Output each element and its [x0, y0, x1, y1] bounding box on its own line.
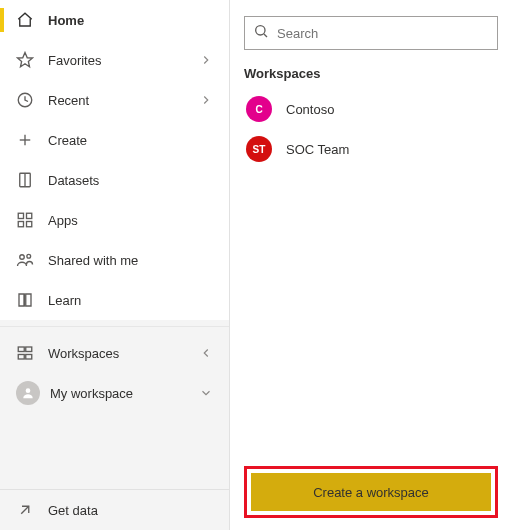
svg-point-10 — [20, 255, 25, 260]
arrow-out-icon — [16, 501, 34, 519]
workspace-list: CContosoSTSOC Team — [244, 89, 498, 169]
sidebar-item-label: Get data — [48, 503, 213, 518]
search-input-wrapper[interactable] — [244, 16, 498, 50]
search-icon — [253, 23, 269, 43]
book-icon — [16, 291, 34, 309]
avatar-icon — [16, 381, 40, 405]
sidebar-item-get-data[interactable]: Get data — [0, 490, 229, 530]
chevron-right-icon — [199, 93, 213, 107]
create-workspace-highlight: Create a workspace — [244, 466, 498, 518]
clock-icon — [16, 91, 34, 109]
workspace-item[interactable]: CContoso — [244, 89, 498, 129]
sidebar-item-apps[interactable]: Apps — [0, 200, 229, 240]
chevron-right-icon — [199, 53, 213, 67]
svg-rect-6 — [18, 213, 23, 218]
workspace-item[interactable]: STSOC Team — [244, 129, 498, 169]
apps-icon — [16, 211, 34, 229]
svg-point-11 — [27, 254, 31, 258]
sidebar-item-learn[interactable]: Learn — [0, 280, 229, 320]
sidebar-item-label: My workspace — [50, 386, 199, 401]
sidebar-item-label: Recent — [48, 93, 199, 108]
search-input[interactable] — [277, 26, 489, 41]
sidebar-item-label: Favorites — [48, 53, 199, 68]
sidebar-item-home[interactable]: Home — [0, 0, 229, 40]
svg-rect-8 — [18, 222, 23, 227]
workspace-avatar: ST — [246, 136, 272, 162]
sidebar-item-workspaces[interactable]: Workspaces — [0, 333, 229, 373]
create-workspace-label: Create a workspace — [313, 485, 429, 500]
sidebar-item-label: Home — [48, 13, 213, 28]
svg-rect-13 — [18, 347, 24, 352]
svg-rect-16 — [26, 355, 32, 360]
workspaces-icon — [16, 344, 34, 362]
svg-rect-7 — [27, 213, 32, 218]
sidebar-item-my-workspace[interactable]: My workspace — [0, 373, 229, 413]
star-icon — [16, 51, 34, 69]
workspaces-section-title: Workspaces — [244, 66, 498, 81]
sidebar-item-favorites[interactable]: Favorites — [0, 40, 229, 80]
sidebar: HomeFavoritesRecentCreateDatasetsAppsSha… — [0, 0, 230, 530]
dataset-icon — [16, 171, 34, 189]
svg-rect-15 — [18, 355, 24, 360]
plus-icon — [16, 131, 34, 149]
sidebar-item-recent[interactable]: Recent — [0, 80, 229, 120]
svg-point-17 — [26, 388, 31, 393]
svg-rect-9 — [27, 222, 32, 227]
sidebar-item-label: Learn — [48, 293, 213, 308]
sidebar-item-label: Apps — [48, 213, 213, 228]
workspaces-panel: Workspaces CContosoSTSOC Team Create a w… — [230, 0, 514, 530]
create-workspace-button[interactable]: Create a workspace — [251, 473, 491, 511]
sidebar-item-label: Create — [48, 133, 213, 148]
chevron-left-icon — [199, 346, 213, 360]
home-icon — [16, 11, 34, 29]
svg-point-18 — [256, 26, 265, 35]
sidebar-item-label: Shared with me — [48, 253, 213, 268]
workspace-avatar: C — [246, 96, 272, 122]
svg-marker-0 — [18, 53, 33, 67]
shared-icon — [16, 251, 34, 269]
workspace-label: Contoso — [286, 102, 334, 117]
sidebar-item-datasets[interactable]: Datasets — [0, 160, 229, 200]
sidebar-item-label: Datasets — [48, 173, 213, 188]
sidebar-item-label: Workspaces — [48, 346, 199, 361]
svg-line-19 — [264, 34, 267, 37]
sidebar-item-shared-with-me[interactable]: Shared with me — [0, 240, 229, 280]
workspace-label: SOC Team — [286, 142, 349, 157]
sidebar-item-create[interactable]: Create — [0, 120, 229, 160]
chevron-down-icon — [199, 386, 213, 400]
svg-rect-14 — [26, 347, 32, 352]
